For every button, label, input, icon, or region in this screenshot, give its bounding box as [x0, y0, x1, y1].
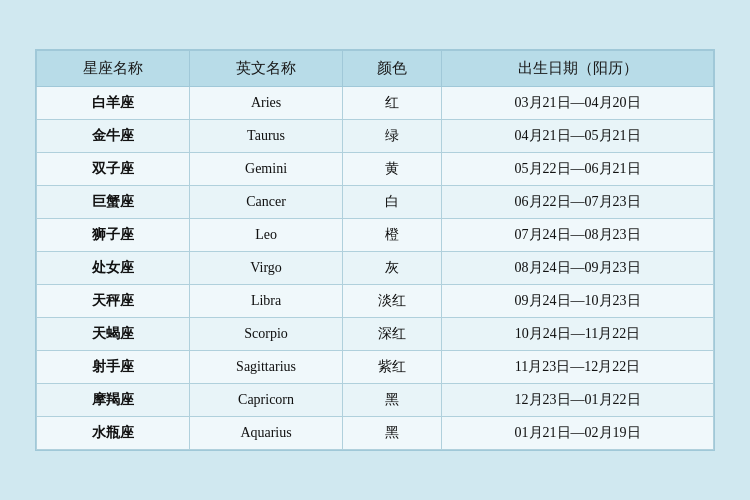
cell-dates: 04月21日—05月21日 [442, 120, 714, 153]
header-color: 颜色 [343, 51, 442, 87]
zodiac-table-container: 星座名称 英文名称 颜色 出生日期（阳历） 白羊座Aries红03月21日—04… [35, 49, 715, 451]
cell-dates: 08月24日—09月23日 [442, 252, 714, 285]
cell-color: 黄 [343, 153, 442, 186]
cell-chinese-name: 天秤座 [37, 285, 190, 318]
zodiac-table: 星座名称 英文名称 颜色 出生日期（阳历） 白羊座Aries红03月21日—04… [36, 50, 714, 450]
cell-chinese-name: 巨蟹座 [37, 186, 190, 219]
cell-color: 紫红 [343, 351, 442, 384]
cell-color: 深红 [343, 318, 442, 351]
cell-dates: 01月21日—02月19日 [442, 417, 714, 450]
cell-color: 白 [343, 186, 442, 219]
cell-english-name: Virgo [190, 252, 343, 285]
cell-chinese-name: 狮子座 [37, 219, 190, 252]
table-row: 双子座Gemini黄05月22日—06月21日 [37, 153, 714, 186]
cell-dates: 07月24日—08月23日 [442, 219, 714, 252]
cell-chinese-name: 处女座 [37, 252, 190, 285]
cell-dates: 06月22日—07月23日 [442, 186, 714, 219]
table-row: 天蝎座Scorpio深红10月24日—11月22日 [37, 318, 714, 351]
header-english-name: 英文名称 [190, 51, 343, 87]
cell-color: 黑 [343, 384, 442, 417]
cell-chinese-name: 水瓶座 [37, 417, 190, 450]
table-row: 射手座Sagittarius紫红11月23日—12月22日 [37, 351, 714, 384]
cell-dates: 09月24日—10月23日 [442, 285, 714, 318]
cell-english-name: Sagittarius [190, 351, 343, 384]
table-body: 白羊座Aries红03月21日—04月20日金牛座Taurus绿04月21日—0… [37, 87, 714, 450]
table-row: 白羊座Aries红03月21日—04月20日 [37, 87, 714, 120]
cell-chinese-name: 射手座 [37, 351, 190, 384]
cell-color: 橙 [343, 219, 442, 252]
table-row: 金牛座Taurus绿04月21日—05月21日 [37, 120, 714, 153]
cell-chinese-name: 金牛座 [37, 120, 190, 153]
cell-color: 灰 [343, 252, 442, 285]
cell-color: 黑 [343, 417, 442, 450]
cell-english-name: Cancer [190, 186, 343, 219]
cell-chinese-name: 白羊座 [37, 87, 190, 120]
table-row: 处女座Virgo灰08月24日—09月23日 [37, 252, 714, 285]
table-row: 巨蟹座Cancer白06月22日—07月23日 [37, 186, 714, 219]
header-chinese-name: 星座名称 [37, 51, 190, 87]
cell-color: 红 [343, 87, 442, 120]
cell-english-name: Gemini [190, 153, 343, 186]
cell-dates: 05月22日—06月21日 [442, 153, 714, 186]
cell-english-name: Capricorn [190, 384, 343, 417]
table-row: 天秤座Libra淡红09月24日—10月23日 [37, 285, 714, 318]
cell-chinese-name: 天蝎座 [37, 318, 190, 351]
cell-dates: 03月21日—04月20日 [442, 87, 714, 120]
cell-chinese-name: 双子座 [37, 153, 190, 186]
cell-english-name: Libra [190, 285, 343, 318]
table-row: 水瓶座Aquarius黑01月21日—02月19日 [37, 417, 714, 450]
cell-english-name: Taurus [190, 120, 343, 153]
cell-chinese-name: 摩羯座 [37, 384, 190, 417]
cell-color: 淡红 [343, 285, 442, 318]
table-row: 狮子座Leo橙07月24日—08月23日 [37, 219, 714, 252]
cell-english-name: Aquarius [190, 417, 343, 450]
cell-dates: 10月24日—11月22日 [442, 318, 714, 351]
cell-english-name: Aries [190, 87, 343, 120]
cell-dates: 12月23日—01月22日 [442, 384, 714, 417]
cell-english-name: Leo [190, 219, 343, 252]
table-header-row: 星座名称 英文名称 颜色 出生日期（阳历） [37, 51, 714, 87]
cell-color: 绿 [343, 120, 442, 153]
header-dates: 出生日期（阳历） [442, 51, 714, 87]
table-row: 摩羯座Capricorn黑12月23日—01月22日 [37, 384, 714, 417]
cell-english-name: Scorpio [190, 318, 343, 351]
cell-dates: 11月23日—12月22日 [442, 351, 714, 384]
